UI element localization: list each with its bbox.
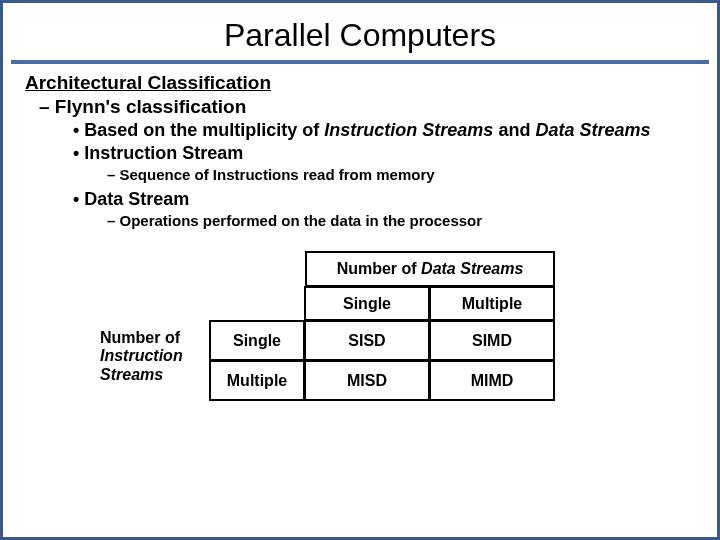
blank-corner (210, 251, 305, 321)
bullet-instruction-stream: Instruction Stream (73, 143, 695, 164)
text-data-streams: Data Streams (535, 120, 650, 140)
text-based-prefix: Based on the multiplicity of (84, 120, 324, 140)
flynn-table: Number of Data Streams Single Multiple N… (25, 251, 695, 401)
text-and: and (493, 120, 535, 140)
flynn-grid: Number of Data Streams Single Multiple N… (100, 251, 555, 401)
title-rule (11, 60, 709, 64)
bullet-data-stream: Data Stream (73, 189, 695, 210)
col-header-multiple: Multiple (429, 286, 555, 321)
col-header-prefix: Number of (337, 260, 417, 278)
heading-architectural: Architectural Classification (25, 72, 695, 94)
row-header-single: Single (209, 320, 305, 361)
cell-mimd: MIMD (429, 360, 555, 401)
col-group-header: Number of Data Streams (305, 251, 555, 287)
text-instruction-streams: Instruction Streams (324, 120, 493, 140)
cell-misd: MISD (304, 360, 430, 401)
row-header-multiple: Multiple (209, 360, 305, 401)
slide-body: Architectural Classification Flynn's cla… (3, 72, 717, 401)
bullet-data-def: Operations performed on the data in the … (107, 212, 695, 229)
row-header-prefix: Number of (100, 329, 180, 346)
bullet-instruction-def: Sequence of Instructions read from memor… (107, 166, 695, 183)
bullet-based-on: Based on the multiplicity of Instruction… (73, 120, 695, 141)
row-header-ital: Instruction Streams (100, 347, 183, 382)
slide-title: Parallel Computers (3, 3, 717, 60)
row-group-header: Number of Instruction Streams (100, 321, 210, 401)
slide-frame: Parallel Computers Architectural Classif… (0, 0, 720, 540)
col-header-single: Single (304, 286, 430, 321)
col-header-ital: Data Streams (421, 260, 523, 278)
cell-simd: SIMD (429, 320, 555, 361)
cell-sisd: SISD (304, 320, 430, 361)
bullet-flynn: Flynn's classification (39, 96, 695, 118)
